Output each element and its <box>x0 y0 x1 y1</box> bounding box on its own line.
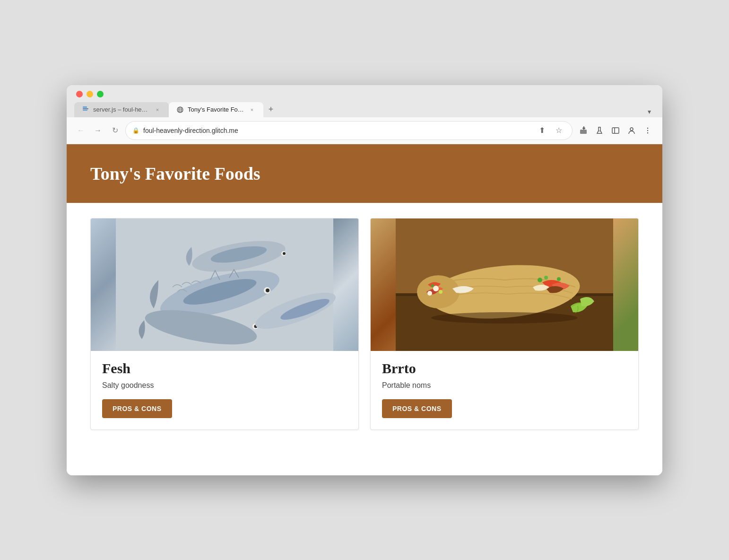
globe-icon <box>176 106 184 114</box>
new-tab-button[interactable]: + <box>263 102 278 117</box>
reload-button[interactable]: ↻ <box>108 124 122 137</box>
brrto-card-body: Brrto Portable noms PROS & CONS <box>371 351 638 429</box>
code-file-icon <box>82 106 89 114</box>
tab-tonys-close[interactable]: × <box>248 106 256 114</box>
page-content: Tony's Favorite Foods <box>67 144 662 475</box>
svg-point-41 <box>557 277 561 281</box>
svg-rect-2 <box>83 110 87 111</box>
forward-icon: → <box>94 126 102 135</box>
maximize-button[interactable] <box>97 91 104 97</box>
tab-list-chevron[interactable]: ▾ <box>644 106 655 117</box>
sidebar-button[interactable] <box>608 123 623 138</box>
svg-rect-0 <box>83 106 87 108</box>
close-button[interactable] <box>76 91 83 97</box>
fesh-pros-cons-button[interactable]: PROS & CONS <box>102 399 172 418</box>
brrto-pros-cons-button[interactable]: PROS & CONS <box>382 399 452 418</box>
menu-button[interactable] <box>641 123 655 138</box>
flask-button[interactable] <box>592 123 607 138</box>
svg-point-19 <box>266 289 269 292</box>
extensions-button[interactable] <box>576 123 590 138</box>
fesh-card-body: Fesh Salty goodness PROS & CONS <box>91 351 358 429</box>
svg-point-14 <box>647 130 648 131</box>
page-title: Tony's Favorite Foods <box>90 163 639 184</box>
svg-point-36 <box>427 291 432 296</box>
url-display: foul-heavenly-direction.glitch.me <box>143 127 531 134</box>
minimize-button[interactable] <box>87 91 93 97</box>
address-bar-row: ← → ↻ 🔒 foul-heavenly-direction.glitch.m… <box>67 117 662 144</box>
fesh-image <box>91 219 358 351</box>
address-bar[interactable]: 🔒 foul-heavenly-direction.glitch.me ⬆ ☆ <box>125 121 573 140</box>
brrto-image <box>371 219 638 351</box>
tab-server-close[interactable]: × <box>154 106 161 114</box>
svg-point-40 <box>544 276 548 280</box>
tab-server-label: server.js – foul-heavenly-di... <box>93 106 150 113</box>
brrto-desc: Portable noms <box>382 381 627 390</box>
tab-server[interactable]: server.js – foul-heavenly-di... × <box>74 102 169 117</box>
back-button[interactable]: ← <box>74 124 87 137</box>
title-bar: server.js – foul-heavenly-di... × Tony's… <box>67 85 662 117</box>
browser-toolbar-right <box>576 123 655 138</box>
fesh-name: Fesh <box>102 360 347 376</box>
svg-rect-1 <box>83 108 88 109</box>
svg-point-13 <box>647 127 648 128</box>
lock-icon: 🔒 <box>132 127 139 134</box>
svg-point-35 <box>433 286 439 291</box>
bookmark-icon[interactable]: ☆ <box>552 124 565 137</box>
page-header: Tony's Favorite Foods <box>67 144 662 203</box>
food-card-brrto: Brrto Portable noms PROS & CONS <box>370 218 639 430</box>
fesh-desc: Salty goodness <box>102 381 347 390</box>
tab-tonys[interactable]: Tony's Favorite Foods × <box>169 102 263 117</box>
tab-tonys-label: Tony's Favorite Foods <box>188 106 244 113</box>
share-icon[interactable]: ⬆ <box>535 124 548 137</box>
tabs-bar: server.js – foul-heavenly-di... × Tony's… <box>74 102 655 117</box>
food-card-fesh: Fesh Salty goodness PROS & CONS <box>90 218 359 430</box>
cards-container: Fesh Salty goodness PROS & CONS <box>67 203 662 445</box>
svg-point-38 <box>431 284 434 287</box>
brrto-name: Brrto <box>382 360 627 376</box>
traffic-lights <box>74 91 655 102</box>
profile-button[interactable] <box>625 123 639 138</box>
svg-point-37 <box>439 290 443 294</box>
svg-point-39 <box>538 278 542 282</box>
svg-point-22 <box>283 252 286 255</box>
svg-point-42 <box>431 312 578 324</box>
reload-icon: ↻ <box>112 126 118 135</box>
svg-point-15 <box>647 132 648 133</box>
forward-button[interactable]: → <box>91 124 104 137</box>
svg-rect-10 <box>612 128 619 133</box>
browser-window: server.js – foul-heavenly-di... × Tony's… <box>67 85 662 475</box>
svg-rect-8 <box>580 130 587 134</box>
back-icon: ← <box>77 126 85 135</box>
svg-point-12 <box>630 128 633 131</box>
